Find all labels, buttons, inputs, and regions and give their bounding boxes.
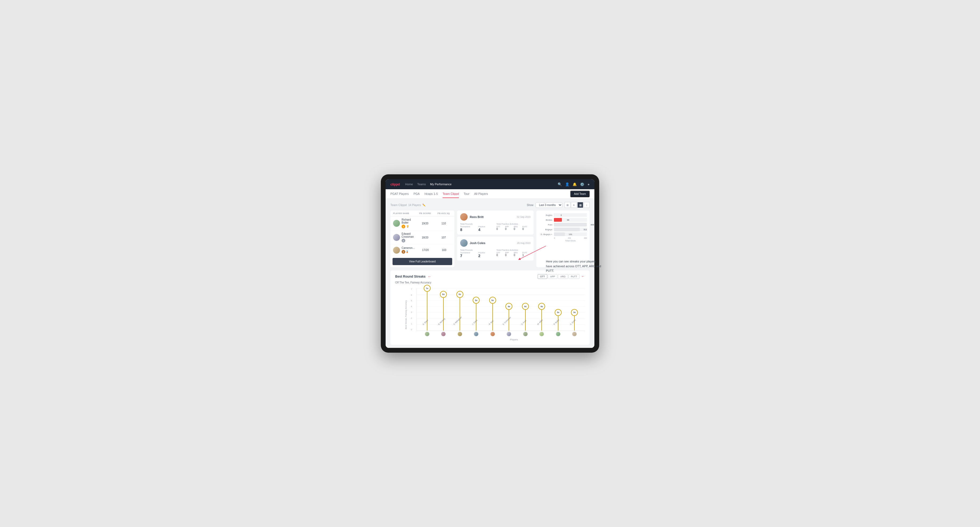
streak-line-ebert: [427, 288, 428, 330]
search-icon[interactable]: 🔍: [558, 182, 562, 186]
nav-bar: clippd Home Teams My Performance 🔍 👤 🔔 ⚙…: [386, 179, 594, 189]
streaks-title: Best Round Streaks: [395, 275, 426, 278]
tab-tour[interactable]: Tour: [464, 190, 469, 198]
team-title: Team Clippd 14 Players: [390, 203, 421, 206]
y-tick-7: 7: [411, 288, 412, 290]
grid-view-icon[interactable]: ⊞: [565, 202, 570, 208]
y-axis-label: Best Streak, Fairway Accuracy: [405, 300, 407, 329]
ott-val-josh: 0: [496, 254, 504, 257]
pb-score-2: 18/20: [414, 236, 436, 239]
tournament-label-rees: Tournament: [460, 226, 476, 227]
streak-avatar-ebert: [425, 332, 430, 337]
bar-track-eagles: 3: [554, 213, 587, 217]
player-name-2: Edward Crossman: [402, 232, 414, 238]
streak-avatar-coles: [474, 332, 479, 337]
show-controls: Show Last 3 months ⊞ ≡ ▦ ↕: [527, 202, 590, 208]
pb-score-3: 17/20: [415, 249, 436, 252]
streaks-header: Best Round Streaks ← OTT APP ARG PUTT ←: [395, 274, 585, 279]
streak-name-britt: R. Britt: [488, 320, 494, 325]
total-rounds-rees: Total Rounds Tournament 8 Practice: [460, 223, 494, 232]
main-content: Team Clippd 14 Players ✏️ Show Last 3 mo…: [386, 199, 594, 348]
tab-hcaps[interactable]: Hcaps 1-5: [425, 190, 438, 198]
bar-label-bogeys: Bogeys: [539, 229, 552, 231]
bar-chart-card: Eagles 3 Birdies: [536, 211, 590, 267]
y-tick-4: 4: [411, 306, 412, 307]
bar-row-pars: Pars 499: [539, 223, 587, 227]
bar-row-birdies: Birdies 96: [539, 218, 587, 222]
app-val-josh: 0: [505, 254, 514, 257]
bar-label-dbogeys: D. Bogeys +: [539, 233, 552, 236]
streak-col-ford: 4x D. Ford: [517, 288, 534, 330]
bar-value-birdies: 96: [567, 219, 570, 221]
streak-line-coles: [476, 300, 476, 330]
user-icon[interactable]: 👤: [565, 182, 570, 186]
settings-icon[interactable]: ⚙️: [580, 182, 584, 186]
streak-tab-app[interactable]: APP: [548, 274, 557, 279]
ott-val-rees: 0: [496, 227, 504, 230]
col-pb-avg: PB AVG SQ: [436, 212, 452, 214]
view-icons: ⊞ ≡ ▦ ↕: [565, 202, 590, 208]
card-name-josh: Josh Coles: [470, 241, 485, 244]
content-grid: PLAYER NAME PB SCORE PB AVG SQ Richard B…: [390, 211, 590, 267]
streak-avatar-ford: [523, 332, 528, 337]
total-rounds-josh: Total Rounds Tournament 7 Practice: [460, 249, 494, 258]
card-date-josh: 26 Aug 2023: [517, 242, 530, 244]
streaks-subtitle: Off The Tee, Fairway Accuracy: [395, 281, 585, 284]
player-info-2: Edward Crossman 2: [393, 232, 414, 243]
bar-track-pars: 499: [554, 223, 587, 227]
tab-all-players[interactable]: All Players: [474, 190, 488, 198]
table-row[interactable]: Richard Butler 1 🏆 19/20 110: [390, 216, 454, 230]
streak-name-billingham: D. Billingham: [453, 316, 462, 325]
streak-tab-putt[interactable]: PUTT: [568, 274, 580, 279]
y-tick-6: 6: [411, 294, 412, 296]
nav-teams[interactable]: Teams: [417, 181, 426, 187]
y-axis-container: Best Streak, Fairway Accuracy: [395, 288, 417, 341]
table-row[interactable]: Edward Crossman 2 18/20 107: [390, 230, 454, 244]
nav-my-performance[interactable]: My Performance: [430, 181, 452, 187]
streak-avatar-mcherg: [441, 332, 446, 337]
streak-avatar-butler: [556, 332, 561, 337]
team-name: Team Clippd: [390, 203, 407, 206]
card-view-icon[interactable]: ▦: [578, 202, 583, 208]
bar-row-bogeys: Bogeys 311: [539, 227, 587, 231]
stats-grid-josh: Total Rounds Tournament 7 Practice: [460, 249, 530, 258]
streak-avatar-billingham: [458, 332, 462, 337]
tab-pga[interactable]: PGA: [414, 190, 420, 198]
player-cards-section: Rees Britt 02 Sep 2023 Total Rounds Tour…: [457, 211, 534, 267]
streak-columns: 7x E. Ebert 6x B. McHerg: [417, 288, 585, 330]
arg-val-rees: 0: [514, 227, 522, 230]
y-tick-0: 0: [411, 329, 412, 330]
streak-col-britt: 5x R. Britt: [484, 288, 501, 330]
bell-icon[interactable]: 🔔: [573, 182, 577, 186]
profile-icon[interactable]: ●: [587, 182, 590, 186]
streak-line-mcherg: [443, 294, 444, 330]
streak-name-miller: M. Miller: [537, 319, 543, 325]
streak-line-ford: [525, 306, 526, 330]
streak-bubble-ebert: 7x: [424, 285, 431, 292]
streak-line-miller: [541, 306, 542, 330]
streak-tab-arg[interactable]: ARG: [558, 274, 568, 279]
table-view-icon[interactable]: ↕: [584, 202, 590, 208]
list-view-icon[interactable]: ≡: [571, 202, 577, 208]
nav-home[interactable]: Home: [405, 181, 413, 187]
streak-tab-ott[interactable]: OTT: [538, 274, 547, 279]
table-row[interactable]: Cameron... 3 🥉 17/20 103: [390, 244, 454, 256]
streak-bubble-ford: 4x: [522, 303, 529, 310]
streaks-arrow-indicator: ←: [428, 275, 431, 279]
streak-name-mcherg: B. McHerg: [438, 318, 445, 325]
bar-track-dbogeys: 131: [554, 232, 587, 236]
streak-avatar-crossman: [506, 332, 511, 337]
card-name-rees: Rees Britt: [470, 215, 484, 219]
col-player-name: PLAYER NAME: [393, 212, 414, 214]
add-team-button[interactable]: Add Team: [570, 190, 590, 197]
tab-pgat[interactable]: PGAT Players: [390, 190, 409, 198]
period-select[interactable]: Last 3 months: [536, 202, 562, 208]
view-full-leaderboard-button[interactable]: View Full Leaderboard: [393, 258, 452, 265]
putt-val-rees: 0: [522, 227, 531, 230]
tabs-arrow-indicator: ←: [581, 274, 585, 279]
tab-team-clippd[interactable]: Team Clippd: [442, 190, 459, 198]
bar-value-eagles: 3: [561, 214, 562, 216]
bar-label-birdies: Birdies: [539, 219, 552, 221]
edit-icon[interactable]: ✏️: [422, 204, 426, 206]
bar-value-pars: 499: [590, 224, 594, 226]
